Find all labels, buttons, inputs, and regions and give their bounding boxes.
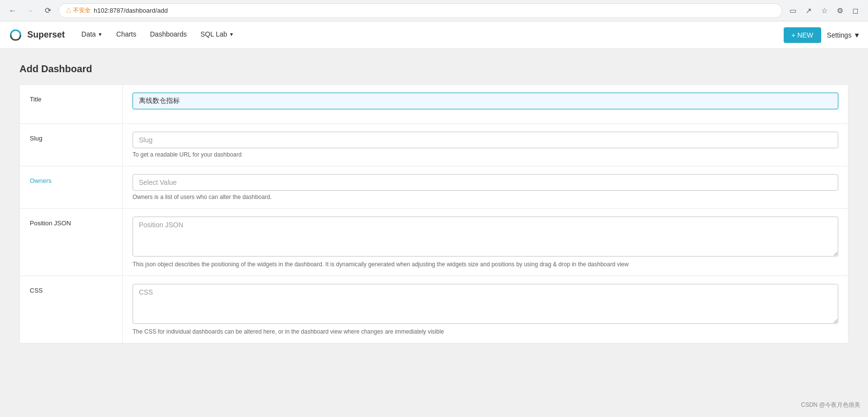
nav-items: Data ▼ Charts Dashboards SQL Lab ▼ [75, 21, 784, 49]
slug-input[interactable] [133, 132, 838, 148]
settings-button[interactable]: Settings ▼ [827, 31, 860, 39]
css-label-col: CSS [20, 276, 122, 343]
css-textarea[interactable] [133, 284, 838, 324]
window-button[interactable]: ◻ [849, 4, 862, 18]
data-chevron-icon: ▼ [98, 32, 103, 37]
position-json-textarea[interactable] [133, 217, 838, 257]
browser-chrome: ← → ⟳ △ 不安全 h102:8787/dashboard/add ▭ ↗ … [0, 0, 868, 21]
title-input[interactable] [133, 93, 838, 109]
add-dashboard-form: Title Slug To get a readable URL for you… [19, 84, 849, 343]
title-field-col [122, 85, 848, 123]
address-bar: △ 不安全 h102:8787/dashboard/add [58, 3, 782, 18]
app-navbar: Superset Data ▼ Charts Dashboards SQL La… [0, 21, 868, 49]
css-row: CSS The CSS for individual dashboards ca… [20, 276, 848, 343]
title-row: Title [20, 85, 848, 124]
owners-field-col: Owners is a list of users who can alter … [122, 166, 848, 208]
position-json-hint: This json object describes the positioni… [133, 261, 838, 268]
css-field-col: The CSS for individual dashboards can be… [122, 276, 848, 343]
page-title: Add Dashboard [19, 63, 849, 75]
slug-label: Slug [30, 135, 42, 142]
new-button[interactable]: + NEW [784, 27, 821, 43]
css-label: CSS [30, 287, 43, 294]
nav-item-charts[interactable]: Charts [110, 21, 143, 49]
brand-logo-link[interactable]: Superset [8, 27, 65, 43]
watermark: CSDN @今夜月色很美 [801, 401, 860, 409]
brand-name: Superset [27, 30, 65, 40]
refresh-button[interactable]: ⟳ [41, 4, 55, 18]
position-json-row: Position JSON This json object describes… [20, 209, 848, 276]
position-json-field-col: This json object describes the positioni… [122, 209, 848, 276]
screenshot-button[interactable]: ▭ [786, 4, 800, 18]
owners-select-input[interactable] [133, 174, 838, 191]
slug-label-col: Slug [20, 124, 122, 166]
owners-row: Owners Owners is a list of users who can… [20, 166, 848, 209]
navbar-right: + NEW Settings ▼ [784, 27, 860, 43]
settings-chevron-icon: ▼ [853, 31, 860, 39]
slug-field-col: To get a readable URL for your dashboard [122, 124, 848, 166]
main-content: Add Dashboard Title Slug To get a readab… [0, 49, 868, 417]
slug-row: Slug To get a readable URL for your dash… [20, 124, 848, 166]
owners-label-col: Owners [20, 166, 122, 208]
title-label: Title [30, 96, 41, 103]
owners-label: Owners [30, 177, 52, 184]
slug-hint: To get a readable URL for your dashboard [133, 151, 838, 158]
back-button[interactable]: ← [6, 4, 19, 18]
position-json-label: Position JSON [30, 219, 71, 227]
security-warning: △ 不安全 [66, 6, 91, 15]
owners-hint: Owners is a list of users who can alter … [133, 194, 838, 200]
bookmark-button[interactable]: ☆ [817, 4, 831, 18]
forward-button[interactable]: → [23, 4, 37, 18]
share-button[interactable]: ↗ [802, 4, 815, 18]
position-json-label-col: Position JSON [20, 209, 122, 276]
extension-button[interactable]: ⚙ [833, 4, 847, 18]
sqllab-chevron-icon: ▼ [229, 32, 234, 37]
browser-actions: ▭ ↗ ☆ ⚙ ◻ [786, 4, 862, 18]
css-hint: The CSS for individual dashboards can be… [133, 328, 838, 335]
title-label-col: Title [20, 85, 122, 123]
url-text: h102:8787/dashboard/add [94, 7, 168, 14]
superset-logo [8, 27, 23, 43]
nav-item-dashboards[interactable]: Dashboards [143, 21, 194, 49]
nav-item-data[interactable]: Data ▼ [75, 21, 109, 49]
nav-item-sqllab[interactable]: SQL Lab ▼ [193, 21, 241, 49]
